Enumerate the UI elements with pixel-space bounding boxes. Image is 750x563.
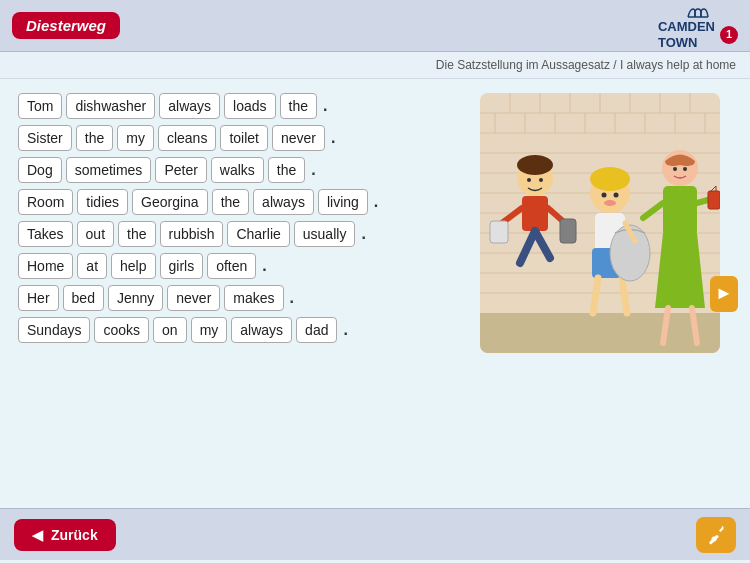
word-tile-5-4[interactable]: rubbish — [160, 221, 224, 247]
svg-point-42 — [614, 193, 619, 198]
next-arrow-button[interactable]: ► — [710, 276, 738, 312]
svg-point-63 — [716, 530, 721, 535]
word-tile-5-2[interactable]: out — [77, 221, 114, 247]
word-tile-7-4[interactable]: never — [167, 285, 220, 311]
word-tile-6-5[interactable]: often — [207, 253, 256, 279]
svg-rect-27 — [480, 313, 720, 353]
word-tile-4-4[interactable]: the — [212, 189, 249, 215]
word-tile-5-1[interactable]: Takes — [18, 221, 73, 247]
dot-7[interactable]: . — [288, 285, 296, 311]
dot-8[interactable]: . — [341, 317, 349, 343]
word-tile-4-2[interactable]: tidies — [77, 189, 128, 215]
word-tile-1-5[interactable]: the — [280, 93, 317, 119]
settings-button[interactable] — [696, 517, 736, 553]
word-tile-8-2[interactable]: cooks — [94, 317, 149, 343]
svg-point-30 — [527, 178, 531, 182]
svg-rect-53 — [663, 186, 697, 236]
word-tile-2-5[interactable]: toilet — [220, 125, 268, 151]
word-tile-1-4[interactable]: loads — [224, 93, 275, 119]
svg-rect-38 — [560, 219, 576, 243]
word-tile-5-6[interactable]: usually — [294, 221, 356, 247]
dot-5[interactable]: . — [359, 221, 367, 247]
word-tile-4-6[interactable]: living — [318, 189, 368, 215]
svg-point-43 — [604, 200, 616, 206]
word-tile-2-3[interactable]: my — [117, 125, 154, 151]
svg-point-31 — [539, 178, 543, 182]
word-tile-8-3[interactable]: on — [153, 317, 187, 343]
svg-rect-58 — [708, 191, 720, 209]
subtitle-text: Die Satzstellung im Aussagesatz / I alwa… — [436, 58, 736, 72]
bottom-bar: ◀ Zurück — [0, 508, 750, 560]
tiles-area: Tomdishwasheralwaysloadsthe.Sisterthemyc… — [18, 89, 470, 498]
word-tile-2-6[interactable]: never — [272, 125, 325, 151]
word-tile-6-4[interactable]: girls — [160, 253, 204, 279]
word-tile-8-4[interactable]: my — [191, 317, 228, 343]
illustration-svg — [480, 93, 720, 353]
svg-point-40 — [590, 167, 630, 191]
word-tile-8-1[interactable]: Sundays — [18, 317, 90, 343]
camden-number: 1 — [720, 26, 738, 44]
subtitle-bar: Die Satzstellung im Aussagesatz / I alwa… — [0, 52, 750, 79]
svg-point-41 — [602, 193, 607, 198]
word-row-6: Homeathelpgirlsoften. — [18, 253, 470, 279]
dot-4[interactable]: . — [372, 189, 380, 215]
brand-badge: Diesterweg — [12, 12, 120, 39]
word-tile-1-1[interactable]: Tom — [18, 93, 62, 119]
word-row-2: Sisterthemycleanstoiletnever. — [18, 125, 470, 151]
word-row-1: Tomdishwasheralwaysloadsthe. — [18, 93, 470, 119]
svg-point-52 — [683, 167, 687, 171]
main-content: Tomdishwasheralwaysloadsthe.Sisterthemyc… — [0, 79, 750, 508]
word-tile-4-5[interactable]: always — [253, 189, 314, 215]
svg-rect-37 — [490, 221, 508, 243]
back-arrow-icon: ◀ — [32, 527, 43, 543]
word-tile-5-5[interactable]: Charlie — [227, 221, 289, 247]
word-tile-1-2[interactable]: dishwasher — [66, 93, 155, 119]
bridge-icon — [687, 1, 709, 19]
svg-point-29 — [517, 155, 553, 175]
word-tile-4-3[interactable]: Georgina — [132, 189, 208, 215]
word-tile-7-1[interactable]: Her — [18, 285, 59, 311]
svg-point-62 — [712, 536, 717, 541]
word-row-4: RoomtidiesGeorginathealwaysliving. — [18, 189, 470, 215]
svg-line-46 — [593, 278, 598, 313]
word-row-5: TakesouttherubbishCharlieusually. — [18, 221, 470, 247]
svg-point-51 — [673, 167, 677, 171]
illustration — [480, 93, 720, 353]
word-tile-3-5[interactable]: the — [268, 157, 305, 183]
word-tile-3-3[interactable]: Peter — [155, 157, 206, 183]
dot-1[interactable]: . — [321, 93, 329, 119]
word-tile-2-4[interactable]: cleans — [158, 125, 216, 151]
word-tile-3-1[interactable]: Dog — [18, 157, 62, 183]
word-tile-8-5[interactable]: always — [231, 317, 292, 343]
camden-text: CAMDENTOWN — [658, 19, 715, 50]
top-bar: Diesterweg CAMDENTOWN 1 — [0, 0, 750, 52]
back-button[interactable]: ◀ Zurück — [14, 519, 116, 551]
svg-rect-32 — [522, 196, 548, 231]
dot-6[interactable]: . — [260, 253, 268, 279]
dot-3[interactable]: . — [309, 157, 317, 183]
word-tile-3-4[interactable]: walks — [211, 157, 264, 183]
word-tile-5-3[interactable]: the — [118, 221, 155, 247]
word-tile-4-1[interactable]: Room — [18, 189, 73, 215]
word-row-8: Sundayscooksonmyalwaysdad. — [18, 317, 470, 343]
word-tile-7-2[interactable]: bed — [63, 285, 104, 311]
dot-2[interactable]: . — [329, 125, 337, 151]
word-tile-2-2[interactable]: the — [76, 125, 113, 151]
svg-line-47 — [622, 278, 627, 313]
word-row-7: HerbedJennynevermakes. — [18, 285, 470, 311]
illustration-wrapper: ► — [480, 89, 740, 498]
word-tile-3-2[interactable]: sometimes — [66, 157, 152, 183]
word-tile-6-2[interactable]: at — [77, 253, 107, 279]
word-tile-6-1[interactable]: Home — [18, 253, 73, 279]
back-label: Zurück — [51, 527, 98, 543]
word-tile-8-6[interactable]: dad — [296, 317, 337, 343]
word-tile-1-3[interactable]: always — [159, 93, 220, 119]
word-tile-2-1[interactable]: Sister — [18, 125, 72, 151]
wrench-icon — [705, 524, 727, 546]
word-tile-7-3[interactable]: Jenny — [108, 285, 163, 311]
word-tile-6-3[interactable]: help — [111, 253, 155, 279]
camden-logo: CAMDENTOWN 1 — [658, 1, 738, 50]
word-row-3: DogsometimesPeterwalksthe. — [18, 157, 470, 183]
word-tile-7-5[interactable]: makes — [224, 285, 283, 311]
